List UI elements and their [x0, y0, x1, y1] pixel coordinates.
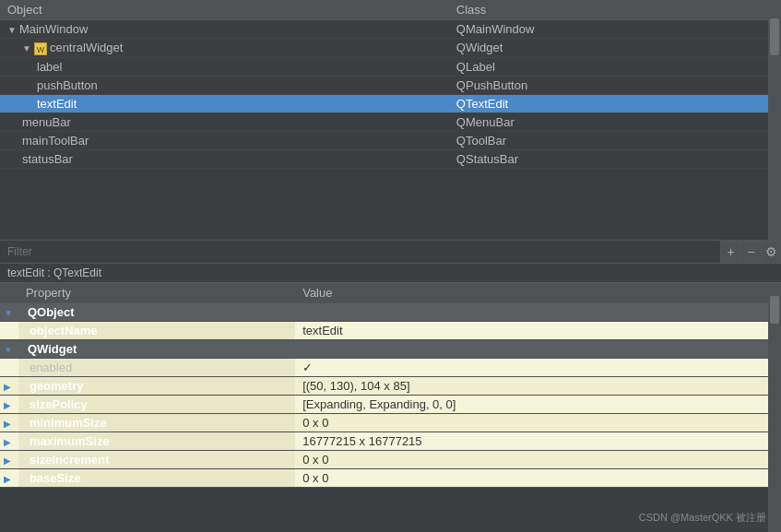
filter-config-button[interactable]: ⚙	[761, 241, 781, 263]
watermark: CSDN @MasterQKK 被注册	[639, 511, 766, 525]
prop-name: baseSize	[18, 469, 295, 488]
prop-section-qwidget[interactable]: ▼QWidget	[0, 340, 768, 359]
top-scrollbar[interactable]	[768, 0, 781, 240]
properties-table: Property Value ▼QObjectobjectNametextEdi…	[0, 283, 768, 488]
object-name-cell: label	[0, 57, 449, 76]
filter-add-button[interactable]: +	[720, 241, 740, 263]
prop-value[interactable]: [Expanding, Expanding, 0, 0]	[295, 396, 768, 414]
object-name-cell: mainToolBar	[0, 131, 449, 149]
filter-bar: + − ⚙	[0, 240, 781, 264]
object-name-cell: ▼WcentralWidget	[0, 39, 449, 58]
prop-value[interactable]: textEdit	[295, 322, 768, 340]
object-panel: Object Class ▼MainWindowQMainWindow▼Wcen…	[0, 0, 781, 240]
property-col-header	[0, 283, 18, 303]
main-container: Object Class ▼MainWindowQMainWindow▼Wcen…	[0, 0, 781, 532]
class-name-cell: QMainWindow	[449, 20, 768, 39]
tree-arrow: ▼	[7, 25, 17, 35]
prop-row-geometry[interactable]: ▶geometry[(50, 130), 104 x 85]	[0, 377, 768, 396]
section-name: QWidget	[18, 340, 768, 359]
prop-expand-cell	[0, 359, 18, 377]
prop-expand-cell: ▶	[0, 469, 18, 488]
prop-name: geometry	[18, 377, 295, 396]
selected-object-label: textEdit : QTextEdit	[0, 264, 781, 283]
prop-expand-cell: ▶	[0, 377, 18, 396]
class-name-cell: QToolBar	[449, 131, 768, 149]
class-name-cell: QTextEdit	[449, 94, 768, 112]
prop-expand-cell: ▶	[0, 432, 18, 451]
top-scroll-thumb	[770, 18, 779, 55]
prop-value[interactable]: 0 x 0	[295, 414, 768, 432]
prop-value[interactable]: 16777215 x 16777215	[295, 432, 768, 451]
prop-value[interactable]: ✓	[295, 359, 768, 377]
object-row-textedit[interactable]: textEditQTextEdit	[0, 94, 768, 112]
class-name-cell: QMenuBar	[449, 112, 768, 131]
prop-name: minimumSize	[18, 414, 295, 432]
prop-expand-cell: ▶	[0, 396, 18, 414]
section-expand-cell: ▼	[0, 303, 18, 322]
class-name-cell: QLabel	[449, 57, 768, 76]
prop-value[interactable]: 0 x 0	[295, 469, 768, 488]
prop-name: sizePolicy	[18, 396, 295, 414]
object-col-header: Object	[0, 0, 449, 20]
widget-icon: W	[34, 42, 47, 55]
object-row-label[interactable]: labelQLabel	[0, 57, 768, 76]
properties-panel: Property Value ▼QObjectobjectNametextEdi…	[0, 283, 781, 532]
prop-name: maximumSize	[18, 432, 295, 451]
object-name-cell: pushButton	[0, 76, 449, 94]
class-name-cell: QStatusBar	[449, 149, 768, 168]
class-name-cell: QPushButton	[449, 76, 768, 94]
prop-name: sizeIncrement	[18, 451, 295, 469]
prop-row-sizepolicy[interactable]: ▶sizePolicy[Expanding, Expanding, 0, 0]	[0, 396, 768, 414]
bottom-scroll-thumb	[770, 296, 779, 324]
class-col-header: Class	[449, 0, 768, 20]
object-name-cell: textEdit	[0, 94, 449, 112]
prop-value[interactable]: [(50, 130), 104 x 85]	[295, 377, 768, 396]
property-value-header: Value	[295, 283, 768, 303]
prop-section-qobject[interactable]: ▼QObject	[0, 303, 768, 322]
object-name-cell: statusBar	[0, 149, 449, 168]
section-expand-cell: ▼	[0, 340, 18, 359]
prop-row-objectname[interactable]: objectNametextEdit	[0, 322, 768, 340]
prop-row-maximumsize[interactable]: ▶maximumSize16777215 x 16777215	[0, 432, 768, 451]
prop-row-minimumsize[interactable]: ▶minimumSize0 x 0	[0, 414, 768, 432]
object-row-statusbar[interactable]: statusBarQStatusBar	[0, 149, 768, 168]
object-name-cell: menuBar	[0, 112, 449, 131]
prop-row-sizeincrement[interactable]: ▶sizeIncrement0 x 0	[0, 451, 768, 469]
object-row-pushbutton[interactable]: pushButtonQPushButton	[0, 76, 768, 94]
object-row-menubar[interactable]: menuBarQMenuBar	[0, 112, 768, 131]
prop-row-enabled[interactable]: enabled✓	[0, 359, 768, 377]
prop-expand-cell	[0, 322, 18, 340]
bottom-scrollbar[interactable]	[768, 283, 781, 532]
filter-buttons: + − ⚙	[720, 241, 781, 263]
object-row-mainwindow[interactable]: ▼MainWindowQMainWindow	[0, 20, 768, 39]
prop-name: objectName	[18, 322, 295, 340]
property-name-header: Property	[18, 283, 295, 303]
prop-value[interactable]: 0 x 0	[295, 451, 768, 469]
filter-input[interactable]	[0, 241, 720, 263]
filter-remove-button[interactable]: −	[740, 241, 761, 263]
section-name: QObject	[18, 303, 768, 322]
class-name-cell: QWidget	[449, 39, 768, 58]
tree-arrow: ▼	[22, 43, 31, 53]
object-name-cell: ▼MainWindow	[0, 20, 449, 39]
object-row-centralwidget[interactable]: ▼WcentralWidgetQWidget	[0, 39, 768, 58]
prop-expand-cell: ▶	[0, 414, 18, 432]
object-row-maintoolbar[interactable]: mainToolBarQToolBar	[0, 131, 768, 149]
prop-name: enabled	[18, 359, 295, 377]
prop-expand-cell: ▶	[0, 451, 18, 469]
object-table: Object Class ▼MainWindowQMainWindow▼Wcen…	[0, 0, 768, 169]
prop-row-basesize[interactable]: ▶baseSize0 x 0	[0, 469, 768, 488]
